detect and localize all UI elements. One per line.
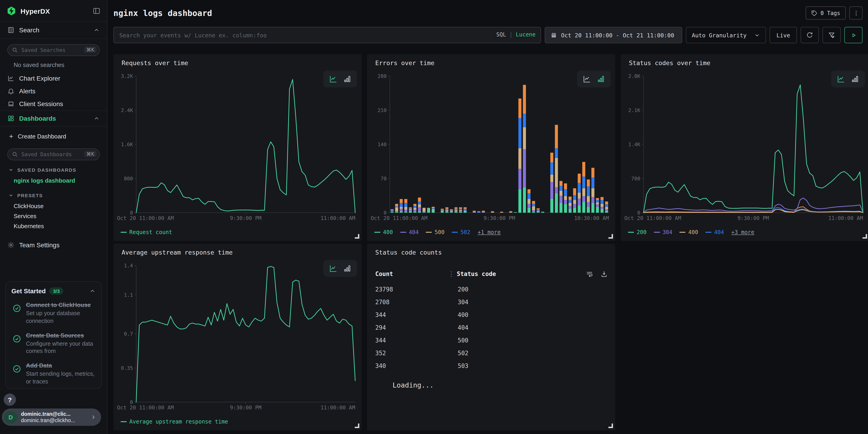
line-chart-icon[interactable] bbox=[329, 264, 337, 273]
table-row[interactable]: 352502 bbox=[375, 347, 608, 359]
help-button[interactable]: ? bbox=[4, 394, 16, 406]
search-section-label: Search bbox=[19, 26, 39, 34]
sidebar-section-search[interactable]: Search bbox=[0, 22, 107, 39]
svg-text:1.4: 1.4 bbox=[124, 263, 133, 269]
legend-item[interactable]: 304 bbox=[654, 229, 672, 236]
line-chart-icon[interactable] bbox=[583, 75, 591, 83]
sidebar-item-label: Dashboards bbox=[19, 115, 56, 122]
tags-button[interactable]: 0 Tags bbox=[805, 6, 846, 20]
event-search-input[interactable] bbox=[114, 27, 541, 43]
legend-more-link[interactable]: +1 more bbox=[478, 229, 501, 236]
get-started-step[interactable]: Create Data SourcesConfigure where your … bbox=[12, 331, 95, 355]
table-row[interactable]: 344500 bbox=[375, 334, 608, 347]
table-row[interactable]: 23798200 bbox=[375, 283, 608, 296]
legend-item[interactable]: 400 bbox=[680, 229, 698, 236]
resize-handle[interactable] bbox=[609, 234, 613, 239]
bar-chart-icon[interactable] bbox=[851, 75, 859, 83]
legend-swatch bbox=[400, 232, 406, 233]
table-row[interactable]: 2708304 bbox=[375, 296, 608, 308]
lucene-mode-toggle[interactable]: Lucene bbox=[516, 31, 535, 38]
resize-handle[interactable] bbox=[863, 234, 867, 239]
user-menu[interactable]: D dominic.tran@clic... dominic.tran@clic… bbox=[2, 408, 101, 426]
sidebar-item-dashboards[interactable]: Dashboards bbox=[0, 110, 107, 127]
get-started-step[interactable]: Connect to ClickHouseSet up your databas… bbox=[12, 301, 95, 325]
table-body: 2379820027083043444002944043445003525023… bbox=[375, 283, 608, 372]
app-root: HyperDX Search ⌘K No saved searches bbox=[0, 0, 868, 434]
sidebar-item-client-sessions[interactable]: Client Sessions bbox=[0, 97, 107, 110]
wrap-lines-icon[interactable] bbox=[586, 270, 593, 278]
column-header-count[interactable]: Count bbox=[375, 271, 449, 277]
panel-title: Average upstream response time bbox=[122, 249, 233, 256]
legend-more-link[interactable]: +3 more bbox=[732, 229, 754, 236]
sidebar-item-alerts[interactable]: Alerts bbox=[0, 85, 107, 97]
tag-icon bbox=[811, 10, 817, 16]
sidebar-item-nginx-dashboard[interactable]: nginx logs dashboard bbox=[0, 176, 107, 186]
sidebar-item-chart-explorer[interactable]: Chart Explorer bbox=[0, 72, 107, 85]
legend-item[interactable]: 500 bbox=[426, 229, 444, 236]
panel-title: Status code counts bbox=[375, 249, 442, 256]
errors-chart[interactable]: 070140210280Oct 20 11:00:00 AM9:30:00 PM… bbox=[371, 72, 612, 222]
bar-chart-icon[interactable] bbox=[343, 75, 351, 83]
table-row[interactable]: 294404 bbox=[375, 321, 608, 334]
granularity-select[interactable]: Auto Granularity bbox=[686, 27, 766, 43]
column-drag-handle-icon[interactable] bbox=[449, 270, 454, 278]
svg-text:0.7: 0.7 bbox=[124, 331, 133, 337]
create-dashboard-button[interactable]: Create Dashboard bbox=[0, 129, 107, 143]
live-button[interactable]: Live bbox=[770, 27, 797, 43]
table-row[interactable]: 344400 bbox=[375, 308, 608, 321]
chart-type-toggle[interactable] bbox=[577, 70, 611, 87]
bar-chart-icon[interactable] bbox=[596, 75, 605, 83]
legend-item[interactable]: 200 bbox=[628, 229, 646, 236]
legend-item[interactable]: Average upstream response time bbox=[121, 418, 228, 425]
chart-type-toggle[interactable] bbox=[323, 70, 357, 87]
line-chart-icon[interactable] bbox=[837, 75, 845, 83]
chevron-up-icon bbox=[93, 27, 100, 33]
chart-type-toggle[interactable] bbox=[323, 260, 357, 277]
svg-text:1.4K: 1.4K bbox=[628, 142, 641, 147]
column-header-status-code[interactable]: Status code bbox=[457, 271, 496, 277]
legend-item[interactable]: 502 bbox=[452, 229, 470, 236]
search-icon bbox=[12, 151, 18, 157]
resize-handle[interactable] bbox=[355, 234, 359, 239]
legend-item[interactable]: 404 bbox=[400, 229, 418, 236]
legend-swatch bbox=[121, 421, 127, 422]
sidebar-item-team-settings[interactable]: Team Settings bbox=[0, 239, 107, 251]
sidebar-item-preset[interactable]: Kubernetes bbox=[0, 221, 107, 231]
legend-item[interactable]: Request count bbox=[121, 229, 172, 236]
filter-edit-button[interactable] bbox=[823, 27, 841, 43]
svg-text:0.35: 0.35 bbox=[121, 365, 133, 371]
get-started-step[interactable]: Add DataStart sending logs, metrics, or … bbox=[12, 361, 95, 386]
status-codes-chart[interactable]: 07001.4K2.1K2.8KOct 20 11:00:00 AM9:30:0… bbox=[624, 72, 866, 222]
sidebar-collapse-icon[interactable] bbox=[92, 7, 101, 15]
step-title: Connect to ClickHouse bbox=[26, 302, 91, 308]
legend-item[interactable]: 404 bbox=[706, 229, 724, 236]
check-circle-icon bbox=[12, 334, 22, 355]
page-title: nginx logs dashboard bbox=[114, 8, 212, 18]
chart-type-toggle[interactable] bbox=[831, 70, 865, 87]
line-chart-icon[interactable] bbox=[329, 75, 337, 83]
dashboard-menu-button[interactable] bbox=[849, 6, 863, 20]
date-range-picker[interactable]: Oct 20 11:00:00 - Oct 21 11:00:00 bbox=[545, 27, 682, 43]
sql-mode-toggle[interactable]: SQL bbox=[496, 31, 506, 38]
legend-item[interactable]: 400 bbox=[374, 229, 393, 236]
svg-text:800: 800 bbox=[124, 176, 133, 182]
saved-dashboards-group[interactable]: SAVED DASHBOARDS bbox=[0, 164, 107, 176]
upstream-chart[interactable]: 00.350.71.11.4Oct 20 11:00:00 AM9:30:00 … bbox=[117, 262, 358, 411]
download-icon[interactable] bbox=[600, 270, 608, 278]
resize-handle[interactable] bbox=[355, 424, 359, 428]
bar-chart-icon[interactable] bbox=[343, 264, 351, 273]
dashboards-grid-icon bbox=[7, 115, 14, 122]
table-row[interactable]: 340503 bbox=[375, 359, 608, 372]
cell-count: 344 bbox=[375, 337, 458, 344]
presets-group[interactable]: PRESETS bbox=[0, 189, 107, 201]
resize-handle[interactable] bbox=[609, 424, 613, 428]
refresh-button[interactable] bbox=[801, 27, 819, 43]
requests-chart[interactable]: 08001.6K2.4K3.2KOct 20 11:00:00 AM9:30:0… bbox=[117, 72, 358, 222]
chevron-up-icon[interactable] bbox=[89, 288, 96, 294]
svg-text:Oct 20 11:00:00 AM: Oct 20 11:00:00 AM bbox=[117, 405, 174, 410]
cell-count: 23798 bbox=[375, 286, 458, 292]
sidebar-item-preset[interactable]: Services bbox=[0, 211, 107, 221]
group-label: PRESETS bbox=[17, 193, 43, 198]
sidebar-item-preset[interactable]: ClickHouse bbox=[0, 201, 107, 211]
run-query-button[interactable] bbox=[844, 27, 863, 43]
